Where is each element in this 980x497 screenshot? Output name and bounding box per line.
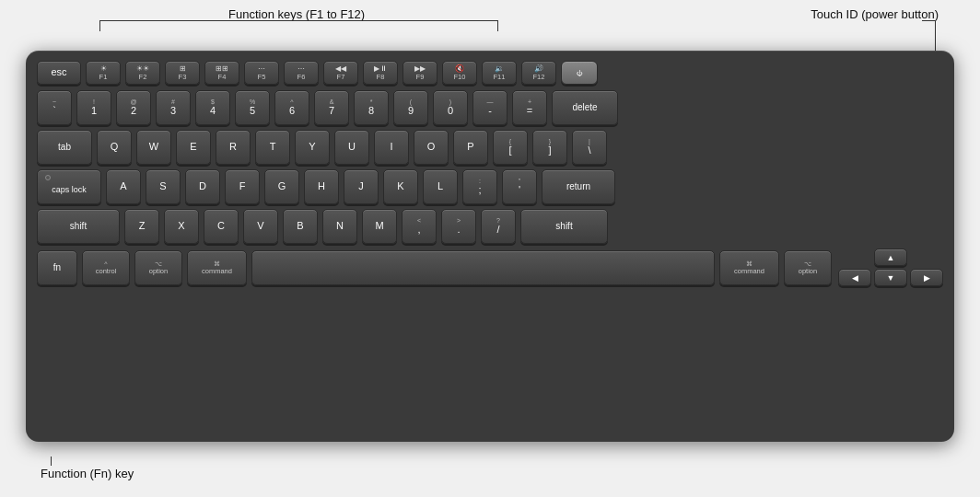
key-5[interactable]: % 5 xyxy=(235,90,270,125)
key-i[interactable]: I xyxy=(374,130,409,165)
key-touch-id[interactable]: ⏻ xyxy=(561,61,598,85)
key-arrow-up[interactable]: ▲ xyxy=(874,248,907,266)
key-4[interactable]: $ 4 xyxy=(195,90,230,125)
key-f2[interactable]: ☀☀ F2 xyxy=(125,61,160,85)
key-b[interactable]: B xyxy=(283,209,318,244)
key-arrow-left[interactable]: ◀ xyxy=(838,269,871,286)
key-command-left[interactable]: ⌘ command xyxy=(187,250,247,285)
key-w[interactable]: W xyxy=(136,130,171,165)
key-k[interactable]: K xyxy=(383,169,418,204)
key-space[interactable] xyxy=(251,250,715,285)
key-period[interactable]: > . xyxy=(441,209,476,244)
key-f4[interactable]: ⊞⊞ F4 xyxy=(204,61,239,85)
key-q[interactable]: Q xyxy=(97,130,132,165)
function-keys-annotation: Function keys (F1 to F12) xyxy=(228,7,365,21)
key-t[interactable]: T xyxy=(255,130,290,165)
bottom-row: fn ^ control ⌥ option ⌘ command ⌘ comman… xyxy=(37,248,943,286)
key-a[interactable]: A xyxy=(106,169,141,204)
key-f9[interactable]: ▶▶ F9 xyxy=(402,61,438,85)
keyboard: esc ☀ F1 ☀☀ F2 ⊞ F3 ⊞⊞ F4 ⋯ F5 xyxy=(26,51,954,442)
key-2[interactable]: @ 2 xyxy=(116,90,151,125)
key-equals[interactable]: + = xyxy=(512,90,547,125)
key-option-right[interactable]: ⌥ option xyxy=(784,250,832,285)
key-h[interactable]: H xyxy=(304,169,339,204)
key-esc[interactable]: esc xyxy=(37,61,81,85)
key-shift-left[interactable]: shift xyxy=(37,209,120,244)
key-f7[interactable]: ◀◀ F7 xyxy=(323,61,358,85)
key-f8[interactable]: ▶⏸ F8 xyxy=(363,61,398,85)
key-l[interactable]: L xyxy=(423,169,458,204)
key-9[interactable]: ( 9 xyxy=(393,90,428,125)
key-shift-right[interactable]: shift xyxy=(520,209,608,244)
key-f5[interactable]: ⋯ F5 xyxy=(244,61,279,85)
key-backslash[interactable]: | \ xyxy=(572,130,607,165)
function-key-row: esc ☀ F1 ☀☀ F2 ⊞ F3 ⊞⊞ F4 ⋯ F5 xyxy=(37,60,943,86)
number-row: ~ ` ! 1 @ 2 # 3 $ 4 % 5 xyxy=(37,90,943,125)
key-f12[interactable]: 🔊 F12 xyxy=(521,61,556,85)
key-y[interactable]: Y xyxy=(295,130,330,165)
key-z[interactable]: Z xyxy=(124,209,159,244)
key-d[interactable]: D xyxy=(185,169,220,204)
fn-key-annotation: Function (Fn) key xyxy=(41,467,134,480)
key-quote[interactable]: " ' xyxy=(502,169,537,204)
key-f[interactable]: F xyxy=(225,169,260,204)
key-c[interactable]: C xyxy=(204,209,239,244)
key-f3[interactable]: ⊞ F3 xyxy=(165,61,200,85)
key-u[interactable]: U xyxy=(334,130,369,165)
key-tab[interactable]: tab xyxy=(37,130,92,165)
arrow-key-cluster: ▲ ◀ ▼ ▶ xyxy=(838,248,943,286)
key-semicolon[interactable]: : ; xyxy=(462,169,497,204)
key-v[interactable]: V xyxy=(243,209,278,244)
key-6[interactable]: ^ 6 xyxy=(274,90,309,125)
key-delete[interactable]: delete xyxy=(552,90,618,125)
tab-row: tab Q W E R T Y U I O P { [ } ] | \ xyxy=(37,130,943,165)
key-minus[interactable]: — - xyxy=(472,90,508,125)
touchid-annotation: Touch ID (power button) xyxy=(811,7,939,21)
key-rbracket[interactable]: } ] xyxy=(532,130,567,165)
key-fn[interactable]: fn xyxy=(37,250,77,285)
key-f6[interactable]: ⋯ F6 xyxy=(284,61,319,85)
key-p[interactable]: P xyxy=(453,130,488,165)
key-comma[interactable]: < , xyxy=(402,209,437,244)
key-o[interactable]: O xyxy=(414,130,449,165)
key-option-left[interactable]: ⌥ option xyxy=(134,250,182,285)
key-f10[interactable]: 🔇 F10 xyxy=(442,61,477,85)
key-control-left[interactable]: ^ control xyxy=(82,250,130,285)
key-arrow-down[interactable]: ▼ xyxy=(874,269,907,286)
key-capslock[interactable]: caps lock xyxy=(37,169,101,204)
key-g[interactable]: G xyxy=(264,169,299,204)
key-7[interactable]: & 7 xyxy=(314,90,349,125)
key-f11[interactable]: 🔉 F11 xyxy=(482,61,517,85)
screenshot-container: Function keys (F1 to F12) Touch ID (powe… xyxy=(0,0,980,497)
key-slash[interactable]: ? / xyxy=(481,209,516,244)
key-e[interactable]: E xyxy=(176,130,211,165)
key-command-right[interactable]: ⌘ command xyxy=(719,250,779,285)
key-3[interactable]: # 3 xyxy=(156,90,191,125)
caps-row: caps lock A S D F G H J K L : ; " ' retu… xyxy=(37,169,943,204)
key-j[interactable]: J xyxy=(344,169,379,204)
key-x[interactable]: X xyxy=(164,209,199,244)
key-1[interactable]: ! 1 xyxy=(76,90,111,125)
key-backtick[interactable]: ~ ` xyxy=(37,90,72,125)
key-arrow-right[interactable]: ▶ xyxy=(910,269,943,286)
key-s[interactable]: S xyxy=(146,169,181,204)
key-8[interactable]: * 8 xyxy=(354,90,389,125)
key-r[interactable]: R xyxy=(216,130,251,165)
key-m[interactable]: M xyxy=(362,209,397,244)
key-0[interactable]: ) 0 xyxy=(433,90,468,125)
key-return[interactable]: return xyxy=(542,169,615,204)
shift-row: shift Z X C V B N M < , > . ? / shift xyxy=(37,209,943,244)
key-f1[interactable]: ☀ F1 xyxy=(86,61,121,85)
key-lbracket[interactable]: { [ xyxy=(493,130,528,165)
key-n[interactable]: N xyxy=(322,209,357,244)
